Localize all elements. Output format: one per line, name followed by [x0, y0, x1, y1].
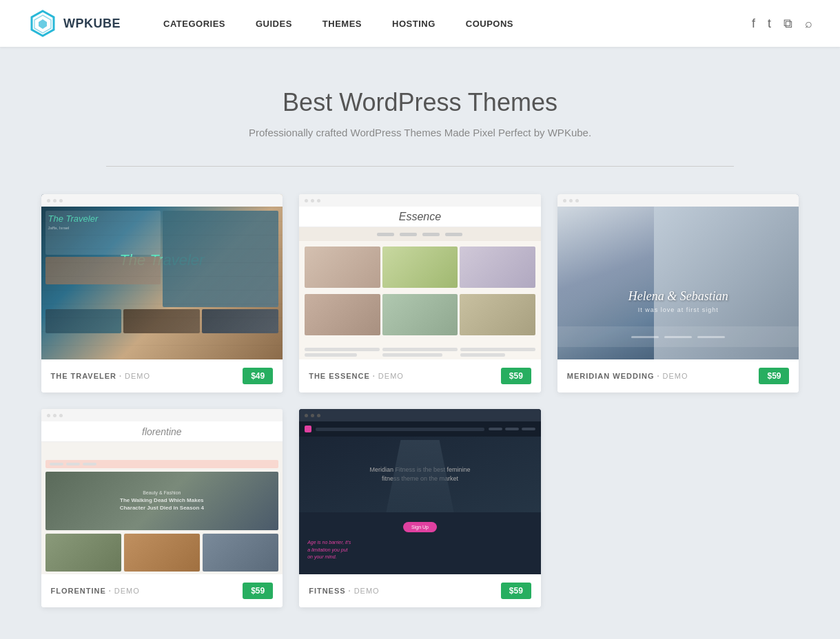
theme-name-essence: THE ESSENCE·DEMO	[309, 372, 404, 380]
theme-thumb-traveler: The Traveler Jaffa, Israel	[41, 194, 283, 359]
facebook-icon[interactable]: f	[752, 17, 755, 31]
essence-content: Essence	[299, 207, 541, 359]
theme-card-traveler[interactable]: The Traveler Jaffa, Israel THE TRAVELER·…	[41, 194, 283, 392]
logo-icon	[28, 8, 58, 39]
theme-name-traveler: THE TRAVELER·DEMO	[51, 372, 151, 380]
logo-link[interactable]: WPKUBE	[28, 8, 121, 39]
meridian-overlay: Helena & Sebastian It was love at first …	[628, 289, 728, 313]
theme-info-meridian: MERIDIAN WEDDING·DEMO $59	[557, 359, 799, 392]
essence-site-header: Essence	[299, 207, 541, 227]
essence-photo-5	[382, 294, 458, 335]
social-icons: f t ⧉ ⌕	[752, 17, 812, 31]
nav-guides[interactable]: GUIDES	[240, 0, 307, 47]
florentine-site-header: florentine	[41, 421, 283, 442]
fitness-cta: Sign Up	[403, 522, 437, 532]
theme-name-florentine: FLORENTINE·DEMO	[51, 587, 140, 595]
essence-photo-4	[305, 294, 380, 335]
theme-card-florentine[interactable]: florentine Beauty & Fashion The Walking …	[41, 409, 283, 607]
theme-card-essence[interactable]: Essence	[299, 194, 541, 392]
nav-coupons[interactable]: COUPONS	[451, 0, 529, 47]
themes-grid-row2: florentine Beauty & Fashion The Walking …	[41, 409, 799, 607]
essence-photo-6	[460, 294, 535, 335]
theme-price-florentine[interactable]: $59	[243, 583, 273, 599]
page-title: Best WordPress Themes	[28, 88, 812, 117]
florentine-post-1	[45, 534, 121, 572]
theme-price-traveler[interactable]: $49	[243, 368, 273, 384]
rss-icon[interactable]: ⧉	[783, 17, 792, 31]
florentine-post-3	[203, 534, 278, 572]
twitter-icon[interactable]: t	[768, 17, 771, 31]
svg-marker-2	[39, 19, 47, 29]
browser-bar-florentine	[41, 409, 283, 421]
theme-name-fitness: FITNESS·DEMO	[309, 587, 380, 595]
page-heading: Best WordPress Themes Professionally cra…	[28, 88, 812, 138]
theme-info-traveler: THE TRAVELER·DEMO $49	[41, 359, 283, 392]
main-content: Best WordPress Themes Professionally cra…	[0, 47, 840, 639]
theme-price-meridian[interactable]: $59	[759, 368, 789, 384]
theme-thumb-florentine: florentine Beauty & Fashion The Walking …	[41, 409, 283, 574]
theme-thumb-fitness: Meridian Fitness is the best feminine fi…	[299, 409, 541, 574]
theme-card-meridian[interactable]: Helena & Sebastian It was love at first …	[557, 194, 799, 392]
theme-info-fitness: FITNESS·DEMO $59	[299, 574, 541, 607]
theme-thumb-meridian: Helena & Sebastian It was love at first …	[557, 194, 799, 359]
search-icon[interactable]: ⌕	[805, 17, 812, 31]
page-subtitle: Professionally crafted WordPress Themes …	[28, 127, 812, 138]
essence-photo-3	[460, 247, 535, 288]
logo-text: WPKUBE	[63, 17, 121, 31]
main-nav: CATEGORIES GUIDES THEMES HOSTING COUPONS	[148, 0, 752, 47]
section-divider	[106, 166, 734, 167]
essence-text-rows	[299, 345, 541, 359]
browser-bar-traveler	[41, 194, 283, 207]
essence-photo-2	[382, 247, 458, 288]
theme-price-essence[interactable]: $59	[501, 368, 531, 384]
essence-photo-1	[305, 247, 380, 288]
nav-categories[interactable]: CATEGORIES	[148, 0, 240, 47]
theme-card-fitness[interactable]: Meridian Fitness is the best feminine fi…	[299, 409, 541, 607]
essence-nav	[299, 227, 541, 241]
nav-themes[interactable]: THEMES	[307, 0, 377, 47]
browser-bar-fitness	[299, 409, 541, 421]
florentine-post-2	[124, 534, 200, 572]
browser-bar-meridian	[557, 194, 799, 207]
themes-grid-row1: The Traveler Jaffa, Israel THE TRAVELER·…	[41, 194, 799, 392]
theme-info-essence: THE ESSENCE·DEMO $59	[299, 359, 541, 392]
nav-hosting[interactable]: HOSTING	[377, 0, 451, 47]
theme-name-meridian: MERIDIAN WEDDING·DEMO	[567, 372, 688, 380]
theme-price-fitness[interactable]: $59	[501, 583, 531, 599]
essence-photos	[299, 241, 541, 345]
theme-thumb-essence: Essence	[299, 194, 541, 359]
site-header: WPKUBE CATEGORIES GUIDES THEMES HOSTING …	[0, 0, 840, 47]
browser-bar-essence	[299, 194, 541, 207]
theme-info-florentine: FLORENTINE·DEMO $59	[41, 574, 283, 607]
